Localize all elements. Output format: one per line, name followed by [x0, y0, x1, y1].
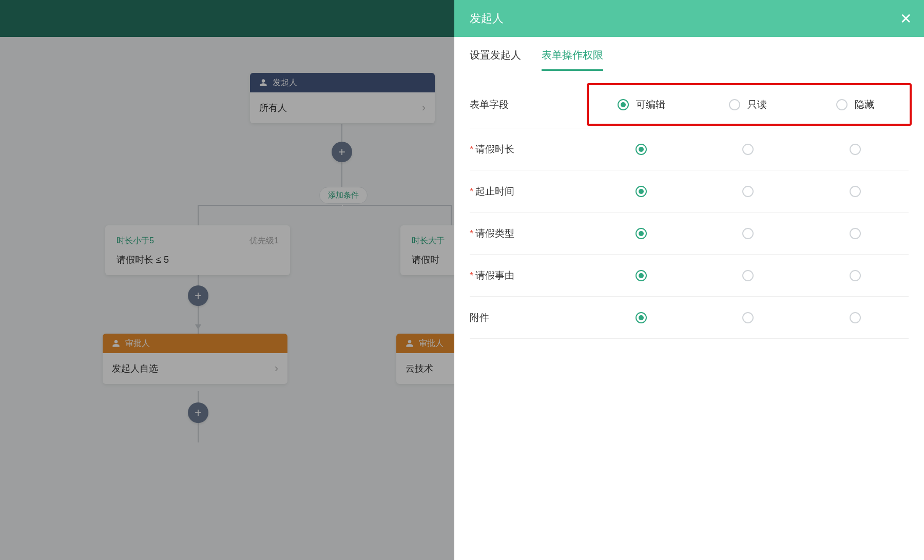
column-hidden[interactable]: 隐藏: [802, 98, 909, 111]
radio-cell-readonly[interactable]: [695, 312, 801, 323]
field-label-text: 请假类型: [475, 228, 514, 239]
radio-dot: [639, 147, 644, 152]
table-row: *起止时间: [470, 170, 909, 213]
radio-readonly[interactable]: [742, 312, 754, 323]
radio-readonly[interactable]: [742, 228, 754, 239]
radio-dot: [639, 231, 644, 236]
field-label-text: 请假事由: [475, 270, 514, 281]
table-header-row: 表单字段 可编辑 只读 隐藏: [470, 81, 909, 128]
table-row: *请假时长: [470, 128, 909, 170]
panel-title: 发起人: [470, 11, 504, 26]
radio-cell-hidden[interactable]: [802, 186, 909, 197]
radio-cell-hidden[interactable]: [802, 144, 909, 155]
field-label-text: 请假时长: [475, 144, 514, 155]
radio-cell-editable[interactable]: [588, 228, 695, 239]
radio-editable[interactable]: [636, 312, 647, 323]
field-label: *请假类型: [470, 227, 588, 240]
radio-cell-editable[interactable]: [588, 312, 695, 323]
radio-cell-readonly[interactable]: [695, 186, 801, 197]
radio-readonly[interactable]: [742, 186, 754, 197]
radio-cell-editable[interactable]: [588, 186, 695, 197]
radio-cell-hidden[interactable]: [802, 228, 909, 239]
radio-cell-editable[interactable]: [588, 270, 695, 281]
permissions-table: 表单字段 可编辑 只读 隐藏 *请假时长*起止时间*请假类型*请假事由附件: [454, 71, 924, 339]
radio-readonly[interactable]: [742, 270, 754, 281]
radio-cell-editable[interactable]: [588, 144, 695, 155]
required-star: *: [470, 228, 473, 239]
radio-hidden[interactable]: [850, 270, 861, 281]
radio-select-all-readonly[interactable]: [729, 99, 740, 110]
radio-readonly[interactable]: [742, 144, 754, 155]
field-label: 附件: [470, 311, 588, 324]
field-label-text: 起止时间: [475, 186, 514, 197]
radio-hidden[interactable]: [850, 144, 861, 155]
required-star: *: [470, 270, 473, 281]
column-field-label: 表单字段: [470, 98, 588, 111]
radio-editable[interactable]: [636, 186, 647, 197]
radio-dot: [639, 273, 644, 278]
tab-permissions[interactable]: 表单操作权限: [542, 48, 603, 71]
radio-editable[interactable]: [636, 270, 647, 281]
radio-editable[interactable]: [636, 228, 647, 239]
radio-cell-readonly[interactable]: [695, 270, 801, 281]
required-star: *: [470, 186, 473, 197]
radio-cell-hidden[interactable]: [802, 270, 909, 281]
close-icon[interactable]: ✕: [900, 10, 912, 27]
panel-header: 发起人 ✕: [454, 0, 924, 37]
radio-cell-readonly[interactable]: [695, 144, 801, 155]
radio-dot: [639, 315, 644, 320]
required-star: *: [470, 144, 473, 155]
radio-select-all-hidden[interactable]: [836, 99, 848, 110]
column-editable[interactable]: 可编辑: [588, 98, 695, 111]
radio-editable[interactable]: [636, 144, 647, 155]
radio-cell-readonly[interactable]: [695, 228, 801, 239]
tabs: 设置发起人 表单操作权限: [454, 37, 924, 71]
field-label: *起止时间: [470, 185, 588, 198]
table-row: 附件: [470, 297, 909, 339]
table-row: *请假类型: [470, 213, 909, 255]
column-readonly[interactable]: 只读: [695, 98, 801, 111]
field-label: *请假时长: [470, 143, 588, 156]
radio-select-all-editable[interactable]: [618, 99, 629, 110]
table-row: *请假事由: [470, 255, 909, 297]
tab-settings[interactable]: 设置发起人: [470, 48, 521, 71]
radio-hidden[interactable]: [850, 228, 861, 239]
side-panel: 发起人 ✕ 设置发起人 表单操作权限 表单字段 可编辑 只读 隐藏 *请假时长*…: [454, 0, 924, 560]
field-label: *请假事由: [470, 269, 588, 282]
radio-dot: [639, 189, 644, 194]
radio-hidden[interactable]: [850, 312, 861, 323]
radio-cell-hidden[interactable]: [802, 312, 909, 323]
radio-hidden[interactable]: [850, 186, 861, 197]
field-label-text: 附件: [470, 312, 489, 323]
